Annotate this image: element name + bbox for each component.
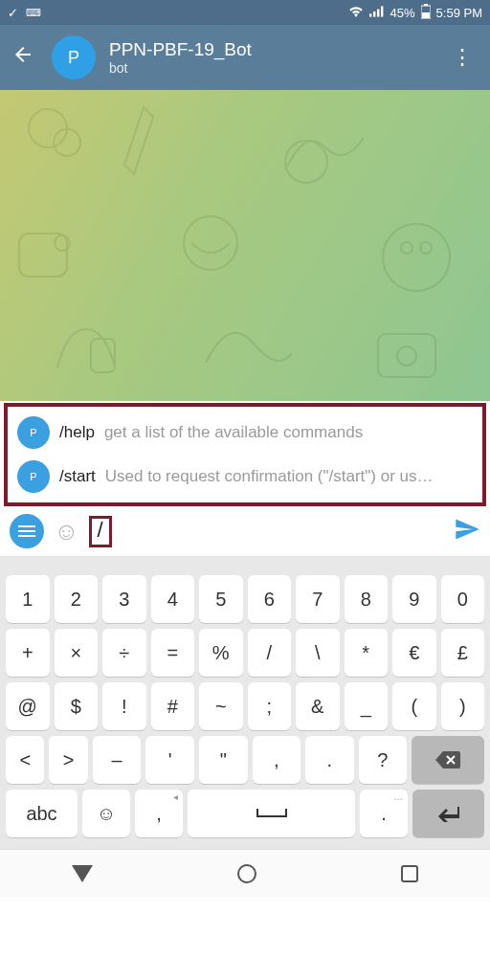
- key-9[interactable]: 9: [392, 575, 436, 623]
- command-suggestion-start[interactable]: P /start Used to request confirmation ("…: [8, 455, 482, 499]
- message-input-bar: ☺ /: [0, 510, 490, 556]
- overflow-menu-button[interactable]: ⋮: [446, 45, 479, 70]
- header-titles[interactable]: PPN-PBF-19_Bot bot: [109, 39, 252, 76]
- svg-point-9: [285, 141, 327, 183]
- svg-point-15: [420, 242, 432, 254]
- key-punct[interactable]: ': [145, 736, 194, 784]
- key-1[interactable]: 1: [6, 575, 50, 623]
- key-punct[interactable]: ": [199, 736, 248, 784]
- key-sym[interactable]: \: [296, 629, 340, 677]
- key-sym[interactable]: _: [345, 682, 389, 730]
- key-chev[interactable]: <: [6, 736, 44, 784]
- svg-rect-10: [19, 234, 67, 277]
- svg-point-7: [29, 109, 67, 147]
- svg-point-14: [401, 242, 412, 254]
- svg-rect-1: [373, 11, 375, 17]
- svg-point-13: [383, 224, 450, 291]
- chat-wallpaper: [0, 90, 490, 401]
- battery-text: 45%: [390, 6, 415, 20]
- key-sym[interactable]: +: [6, 629, 50, 677]
- key-sym[interactable]: !: [102, 682, 146, 730]
- key-sym[interactable]: *: [345, 629, 389, 677]
- wifi-icon: [348, 6, 364, 20]
- key-sym[interactable]: ): [441, 682, 485, 730]
- key-sym[interactable]: €: [392, 629, 436, 677]
- key-punct[interactable]: ,: [253, 736, 301, 784]
- emoji-button[interactable]: ☺: [54, 517, 79, 546]
- key-sym[interactable]: ÷: [102, 629, 146, 677]
- command-name: /help: [59, 423, 95, 442]
- enter-key[interactable]: [412, 790, 484, 837]
- key-sym[interactable]: £: [441, 629, 485, 677]
- send-button[interactable]: [454, 516, 480, 546]
- nav-recents-button[interactable]: [401, 865, 418, 882]
- message-input[interactable]: /: [89, 516, 112, 547]
- bot-avatar-small: P: [17, 460, 50, 493]
- comma-key[interactable]: ,: [135, 790, 183, 837]
- command-suggestion-help[interactable]: P /help get a list of the available comm…: [8, 411, 482, 455]
- clock-text: 5:59 PM: [436, 6, 482, 20]
- key-3[interactable]: 3: [102, 575, 146, 623]
- key-chev[interactable]: >: [49, 736, 87, 784]
- space-key[interactable]: [188, 790, 355, 837]
- command-name: /start: [59, 467, 96, 486]
- key-sym[interactable]: ;: [248, 682, 292, 730]
- key-sym[interactable]: @: [6, 682, 50, 730]
- period-key[interactable]: .: [360, 790, 408, 837]
- svg-rect-0: [369, 13, 371, 16]
- key-7[interactable]: 7: [296, 575, 340, 623]
- key-sym[interactable]: $: [55, 682, 99, 730]
- soft-keyboard: 1234567890 +×÷=%/\*€£ @$!#~;&_() <>–'",.…: [0, 556, 490, 849]
- battery-icon: [421, 4, 431, 22]
- android-nav-bar: [0, 849, 490, 897]
- status-bar: ✓ ⌨ 45% 5:59 PM: [0, 0, 490, 25]
- command-description: Used to request confirmation ("/start") …: [105, 467, 473, 486]
- bot-menu-button[interactable]: [10, 514, 44, 548]
- chat-subtitle: bot: [109, 60, 252, 76]
- checkmark-icon: ✓: [8, 6, 18, 20]
- command-description: get a list of the available commands: [104, 423, 473, 442]
- chat-header: P PPN-PBF-19_Bot bot ⋮: [0, 25, 490, 90]
- backspace-key[interactable]: [412, 736, 484, 784]
- key-punct[interactable]: ?: [359, 736, 408, 784]
- key-sym[interactable]: =: [151, 629, 195, 677]
- key-sym[interactable]: (: [392, 682, 436, 730]
- key-sym[interactable]: &: [296, 682, 340, 730]
- key-5[interactable]: 5: [199, 575, 243, 623]
- emoji-key[interactable]: ☺: [82, 790, 130, 837]
- key-4[interactable]: 4: [151, 575, 195, 623]
- keyboard-status-icon: ⌨: [26, 7, 41, 19]
- signal-icon: [369, 6, 385, 20]
- key-sym[interactable]: ~: [199, 682, 243, 730]
- key-8[interactable]: 8: [345, 575, 389, 623]
- key-punct[interactable]: .: [305, 736, 354, 784]
- bot-avatar[interactable]: P: [52, 35, 96, 79]
- svg-rect-17: [378, 334, 435, 377]
- key-0[interactable]: 0: [441, 575, 485, 623]
- svg-rect-6: [422, 12, 430, 18]
- key-sym[interactable]: #: [151, 682, 195, 730]
- key-2[interactable]: 2: [55, 575, 99, 623]
- chat-title: PPN-PBF-19_Bot: [109, 39, 252, 60]
- svg-point-18: [397, 346, 416, 366]
- nav-home-button[interactable]: [237, 864, 256, 883]
- key-punct[interactable]: –: [93, 736, 142, 784]
- nav-back-button[interactable]: [72, 865, 93, 882]
- avatar-initial: P: [68, 48, 79, 68]
- mode-abc-key[interactable]: abc: [6, 790, 78, 837]
- key-sym[interactable]: %: [199, 629, 243, 677]
- bot-avatar-small: P: [17, 416, 50, 449]
- key-sym[interactable]: ×: [55, 629, 99, 677]
- key-6[interactable]: 6: [248, 575, 292, 623]
- key-sym[interactable]: /: [248, 629, 292, 677]
- svg-rect-3: [381, 6, 383, 16]
- svg-rect-2: [377, 9, 379, 16]
- command-suggestion-panel: P /help get a list of the available comm…: [4, 403, 486, 506]
- back-button[interactable]: [11, 43, 42, 72]
